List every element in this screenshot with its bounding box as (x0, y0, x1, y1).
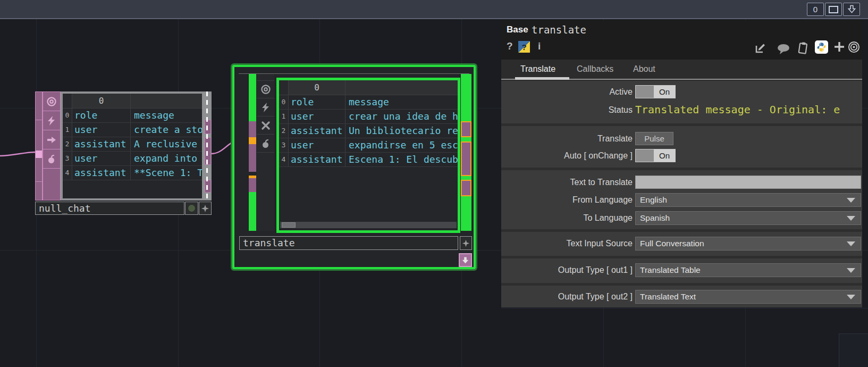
viewer-hscrollbar[interactable] (280, 222, 457, 228)
table-cell: **Scene 1: Th (131, 166, 202, 180)
input-connector[interactable] (249, 121, 256, 137)
table-cell: A reclusive l (131, 137, 202, 151)
node-sparkle-box[interactable] (460, 236, 472, 250)
table-row[interactable]: 0rolemessage (279, 95, 458, 110)
node-output-strip[interactable] (461, 74, 471, 231)
table-cell: user (289, 138, 345, 152)
dropdown-value: Translated Text (636, 292, 696, 302)
toggle-state-label: On (654, 149, 675, 162)
table-cell: assistant (289, 124, 345, 138)
group-separator (501, 229, 862, 232)
node-name: translate (243, 237, 295, 248)
lightning-flag-icon[interactable] (257, 98, 274, 116)
text-field-text-to-translate[interactable] (635, 176, 861, 189)
dropdown-output-type-out1[interactable]: Translated Table (635, 263, 861, 277)
node-sparkle-box[interactable] (199, 202, 212, 215)
node-name-field[interactable]: translate (239, 236, 458, 250)
table-cell: 1 (63, 123, 72, 137)
node-translate[interactable]: 0 0rolemessage1usercrear una idea de hi2… (232, 65, 476, 269)
table-col-header: 0 (72, 94, 131, 108)
viewer-flag-icon[interactable] (257, 80, 274, 98)
toggle-auto-onchange[interactable]: On (635, 149, 676, 162)
table-header-row: 0 (63, 94, 202, 109)
table-cell: role (289, 95, 345, 109)
viewer-edge-dashed-line[interactable] (206, 91, 208, 201)
dock-droplet-flag-icon[interactable] (43, 149, 60, 169)
down-arrow-icon (847, 5, 856, 14)
table-cell: expandirse en 5 esce (345, 138, 458, 152)
table-cell: message (345, 95, 458, 109)
param-label-from-language: From Language (501, 193, 633, 206)
dropdown-value: Full Conversation (636, 239, 704, 248)
table-cell: Un bibliotecario rec (345, 124, 458, 138)
node-input-strip[interactable] (35, 91, 43, 201)
table-row[interactable]: 0rolemessage (63, 109, 202, 123)
node-flag-column (43, 91, 61, 201)
table-row[interactable]: 1usercrear una idea de hi (279, 110, 458, 124)
viewer-flag-icon[interactable] (43, 92, 60, 111)
node-viewer[interactable]: 0 0rolemessage1usercrear una idea de hi2… (276, 78, 460, 233)
table-row[interactable]: 4assistant**Scene 1: Th (63, 166, 202, 180)
table-row[interactable]: 2assistantUn bibliotecario rec (279, 124, 458, 138)
param-label-active: Active (501, 85, 633, 98)
node-status-dot-box[interactable] (185, 202, 198, 215)
dropdown-to-language[interactable]: Spanish (635, 211, 861, 225)
download-button[interactable] (843, 3, 860, 16)
table-cell: 0 (279, 95, 289, 109)
dropdown-output-type-out2[interactable]: Translated Text (635, 290, 861, 304)
input-connector-connected[interactable] (249, 137, 256, 144)
scrollbar-thumb[interactable] (282, 222, 296, 228)
table-row[interactable]: 2assistantA reclusive l (63, 137, 202, 152)
down-arrow-icon (461, 256, 469, 264)
node-output-strip[interactable] (204, 91, 212, 201)
dropdown-text-input-source[interactable]: Full Conversation (635, 237, 861, 251)
table-cell: 2 (279, 124, 289, 138)
input-connector-active[interactable] (36, 151, 42, 158)
dropdown-from-language[interactable]: English (635, 193, 861, 207)
chevron-down-icon (847, 268, 855, 273)
table-cell: 3 (279, 138, 289, 152)
group-separator (501, 168, 862, 170)
node-expand-arrow-button[interactable] (459, 253, 472, 267)
input-connector[interactable] (249, 178, 256, 192)
network-editor: 0 0rolemessage1usercreate a sto2assistan… (0, 0, 868, 367)
table-cell: assistant (72, 137, 131, 151)
pulse-button-translate[interactable]: Pulse (635, 132, 673, 145)
output-connector[interactable] (461, 141, 471, 176)
sparkle-icon (462, 239, 470, 247)
node-input-strip[interactable] (249, 74, 256, 231)
table-cell: 1 (279, 110, 289, 123)
table-row[interactable]: 3userexpand into 5 (63, 152, 202, 166)
lightning-flag-icon[interactable] (43, 111, 60, 130)
table-cell: 2 (63, 137, 72, 151)
toggle-active[interactable]: On (635, 85, 676, 98)
node-name-field[interactable]: null_chat (35, 202, 184, 215)
bypass-arrow-flag-icon[interactable] (43, 130, 60, 149)
parameter-rows: ActiveOnStatusTranslated message - Origi… (501, 20, 862, 307)
table-row[interactable]: 4assistantEscena 1: El descubr (279, 153, 458, 167)
node-viewer[interactable]: 0 0rolemessage1usercreate a sto2assistan… (61, 91, 204, 201)
output-connector[interactable] (205, 137, 211, 165)
dock-droplet-flag-icon[interactable] (257, 135, 274, 153)
param-label-output-type-out2: Output Type [ out2 ] (501, 290, 633, 303)
table-row[interactable]: 3userexpandirse en 5 esce (279, 138, 458, 153)
param-label-translate: Translate (501, 132, 633, 145)
chevron-down-icon (847, 198, 855, 203)
sparkle-icon (201, 204, 209, 213)
bypass-x-flag-icon[interactable] (257, 116, 274, 135)
group-separator (501, 283, 862, 286)
input-connector[interactable] (249, 144, 256, 172)
table-cell: assistant (289, 153, 345, 166)
node-null-chat[interactable]: 0 0rolemessage1usercreate a sto2assistan… (35, 91, 212, 214)
table-cell: 3 (63, 152, 72, 165)
output-connector[interactable] (461, 121, 471, 137)
output-connector[interactable] (461, 180, 471, 196)
status-dot-icon (188, 205, 195, 212)
output-connector[interactable] (205, 120, 211, 134)
counter-button[interactable]: 0 (807, 3, 824, 16)
window-icon (829, 6, 838, 13)
table-row[interactable]: 1usercreate a sto (63, 123, 202, 137)
window-button[interactable] (825, 3, 842, 16)
output-connector[interactable] (205, 180, 211, 193)
table-cell: 4 (63, 166, 72, 180)
